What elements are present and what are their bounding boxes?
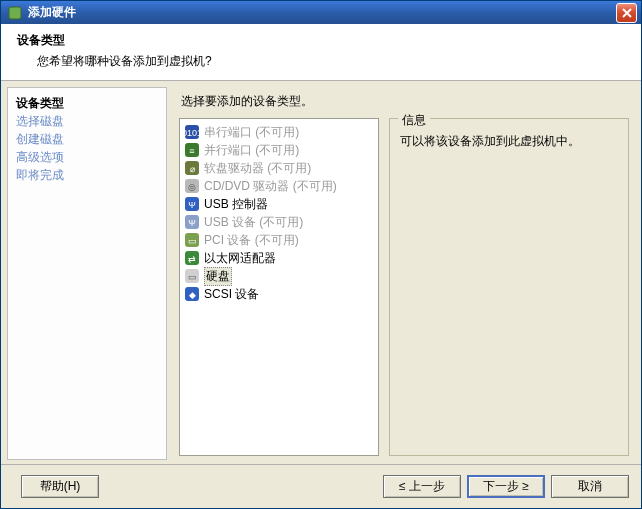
device-item-ethernet-adapter[interactable]: ⇄以太网适配器 (182, 249, 376, 267)
svg-text:⇄: ⇄ (188, 254, 196, 264)
app-icon (7, 5, 23, 21)
help-button[interactable]: 帮助(H) (21, 475, 99, 498)
add-hardware-window: 添加硬件 设备类型 您希望将哪种设备添加到虚拟机? 设备类型选择磁盘创建磁盘高级… (0, 0, 642, 509)
info-legend: 信息 (398, 112, 430, 129)
wizard-header: 设备类型 您希望将哪种设备添加到虚拟机? (1, 24, 641, 81)
device-item-label: 软盘驱动器 (不可用) (204, 160, 311, 177)
step-item: 选择磁盘 (16, 112, 158, 130)
device-item-scsi-device[interactable]: ◆SCSI 设备 (182, 285, 376, 303)
wizard-footer: 帮助(H) ≤ 上一步 下一步 ≥ 取消 (1, 464, 641, 508)
titlebar: 添加硬件 (1, 1, 641, 24)
device-item-serial-port[interactable]: 0101串行端口 (不可用) (182, 123, 376, 141)
close-button[interactable] (616, 3, 637, 23)
svg-text:▭: ▭ (188, 236, 197, 246)
step-item: 即将完成 (16, 166, 158, 184)
hard-disk-icon: ▭ (184, 268, 200, 284)
next-button[interactable]: 下一步 ≥ (467, 475, 545, 498)
header-heading: 设备类型 (17, 32, 625, 49)
info-text: 可以将该设备添加到此虚拟机中。 (400, 133, 618, 150)
usb-controller-icon: Ψ (184, 196, 200, 212)
pci-device-icon: ▭ (184, 232, 200, 248)
device-item-label: USB 设备 (不可用) (204, 214, 303, 231)
device-item-floppy-drive[interactable]: ⌀软盘驱动器 (不可用) (182, 159, 376, 177)
svg-text:Ψ: Ψ (188, 218, 196, 228)
floppy-drive-icon: ⌀ (184, 160, 200, 176)
device-item-label: PCI 设备 (不可用) (204, 232, 299, 249)
columns: 0101串行端口 (不可用)≡并行端口 (不可用)⌀软盘驱动器 (不可用)◎CD… (179, 118, 629, 456)
serial-port-icon: 0101 (184, 124, 200, 140)
svg-rect-0 (9, 7, 21, 19)
header-subheading: 您希望将哪种设备添加到虚拟机? (37, 53, 625, 70)
scsi-device-icon: ◆ (184, 286, 200, 302)
device-item-label: 以太网适配器 (204, 250, 276, 267)
device-item-label: SCSI 设备 (204, 286, 259, 303)
cd-dvd-icon: ◎ (184, 178, 200, 194)
step-item: 创建磁盘 (16, 130, 158, 148)
device-item-label: 硬盘 (204, 267, 232, 286)
svg-text:Ψ: Ψ (188, 200, 196, 210)
steps-sidebar: 设备类型选择磁盘创建磁盘高级选项即将完成 (7, 87, 167, 460)
main-panel: 选择要添加的设备类型。 0101串行端口 (不可用)≡并行端口 (不可用)⌀软盘… (167, 87, 633, 460)
step-item: 设备类型 (16, 94, 158, 112)
device-item-cd-dvd-drive[interactable]: ◎CD/DVD 驱动器 (不可用) (182, 177, 376, 195)
device-item-label: USB 控制器 (204, 196, 268, 213)
cancel-button[interactable]: 取消 (551, 475, 629, 498)
device-item-hard-disk[interactable]: ▭硬盘 (182, 267, 376, 285)
device-item-label: 并行端口 (不可用) (204, 142, 299, 159)
window-title: 添加硬件 (28, 4, 616, 21)
svg-text:◎: ◎ (188, 182, 196, 192)
svg-text:≡: ≡ (189, 146, 194, 156)
device-item-parallel-port[interactable]: ≡并行端口 (不可用) (182, 141, 376, 159)
parallel-port-icon: ≡ (184, 142, 200, 158)
instruction-text: 选择要添加的设备类型。 (181, 93, 629, 110)
usb-device-icon: Ψ (184, 214, 200, 230)
svg-text:◆: ◆ (189, 290, 196, 300)
svg-text:0101: 0101 (184, 128, 200, 138)
device-item-pci-device[interactable]: ▭PCI 设备 (不可用) (182, 231, 376, 249)
step-item: 高级选项 (16, 148, 158, 166)
info-groupbox: 信息 可以将该设备添加到此虚拟机中。 (389, 118, 629, 456)
device-type-list[interactable]: 0101串行端口 (不可用)≡并行端口 (不可用)⌀软盘驱动器 (不可用)◎CD… (179, 118, 379, 456)
device-item-label: CD/DVD 驱动器 (不可用) (204, 178, 337, 195)
back-button[interactable]: ≤ 上一步 (383, 475, 461, 498)
device-item-usb-controller[interactable]: ΨUSB 控制器 (182, 195, 376, 213)
device-item-label: 串行端口 (不可用) (204, 124, 299, 141)
ethernet-icon: ⇄ (184, 250, 200, 266)
wizard-body: 设备类型选择磁盘创建磁盘高级选项即将完成 选择要添加的设备类型。 0101串行端… (1, 81, 641, 464)
device-item-usb-device[interactable]: ΨUSB 设备 (不可用) (182, 213, 376, 231)
svg-text:▭: ▭ (188, 272, 197, 282)
